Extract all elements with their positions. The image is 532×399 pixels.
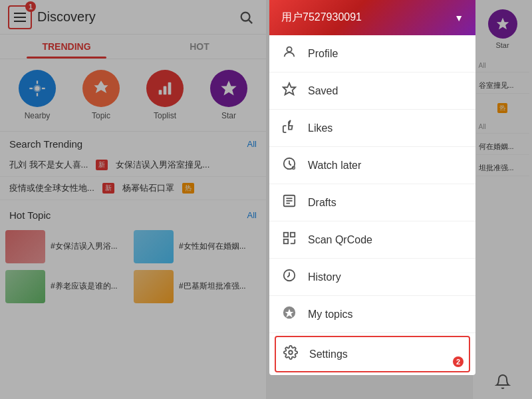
svg-point-12 <box>287 47 291 52</box>
svg-rect-21 <box>284 233 288 237</box>
settings-badge: 2 <box>453 356 464 367</box>
menu-item-profile[interactable]: Profile <box>269 35 475 72</box>
dropdown-menu: 用户7527930091 ▼ Profile Saved Likes <box>269 0 475 375</box>
likes-label: Likes <box>308 122 332 134</box>
scan-qrcode-label: Scan QrCode <box>308 234 372 246</box>
profile-icon <box>281 45 297 63</box>
menu-item-saved[interactable]: Saved <box>269 72 475 110</box>
scan-qrcode-icon <box>281 231 297 249</box>
likes-icon <box>281 119 297 137</box>
svg-rect-22 <box>291 233 295 237</box>
username: 用户7527930091 <box>281 11 362 25</box>
svg-point-31 <box>289 350 293 354</box>
svg-rect-23 <box>284 239 288 243</box>
settings-label: Settings <box>309 348 348 360</box>
svg-marker-13 <box>283 83 295 94</box>
drafts-icon <box>281 194 297 211</box>
saved-icon <box>281 82 297 100</box>
my-topics-icon <box>281 305 297 323</box>
history-icon <box>281 268 297 286</box>
menu-item-scan-qrcode[interactable]: Scan QrCode <box>269 221 475 259</box>
profile-label: Profile <box>308 48 338 60</box>
settings-icon <box>283 345 299 363</box>
watch-later-icon <box>281 156 297 174</box>
drafts-label: Drafts <box>308 197 336 209</box>
settings-wrapper: Settings 2 <box>269 336 475 372</box>
history-label: History <box>308 271 341 283</box>
user-header[interactable]: 用户7527930091 ▼ <box>269 0 475 35</box>
menu-item-likes[interactable]: Likes <box>269 110 475 147</box>
my-topics-label: My topics <box>308 309 353 321</box>
menu-item-drafts[interactable]: Drafts <box>269 184 475 221</box>
menu-item-history[interactable]: History <box>269 259 475 296</box>
menu-item-settings[interactable]: Settings <box>275 336 470 372</box>
saved-label: Saved <box>308 85 338 97</box>
menu-item-watch-later[interactable]: Watch later <box>269 147 475 184</box>
menu-item-my-topics[interactable]: My topics <box>269 296 475 333</box>
chevron-down-icon: ▼ <box>454 13 464 23</box>
watch-later-label: Watch later <box>308 160 361 172</box>
